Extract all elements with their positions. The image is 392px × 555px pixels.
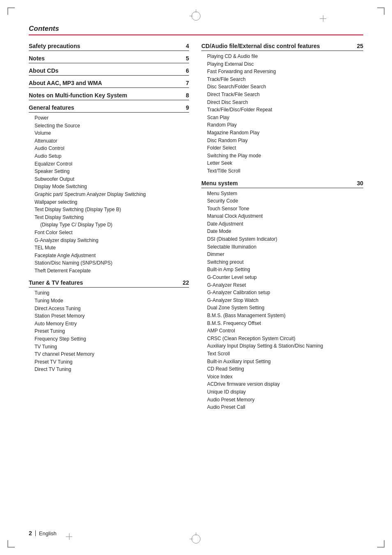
section-header-safety: Safety precautions4	[29, 43, 189, 51]
page-number: 2	[29, 530, 32, 537]
section-title-safety: Safety precautions	[29, 43, 80, 49]
list-item: Power	[35, 114, 189, 122]
list-item: Date Mode	[207, 228, 363, 235]
list-item: Direct TV Tuning	[35, 366, 189, 373]
list-item: Text/Title Scroll	[207, 167, 363, 175]
list-item: Built-in Auxiliary input Setting	[207, 358, 363, 366]
list-item: Font Color Select	[35, 229, 189, 237]
section-header-menu-system: Menu system30	[201, 180, 363, 188]
left-column: Safety precautions4Notes5About CDs6About…	[29, 43, 189, 378]
list-item: Switching preout	[207, 258, 363, 266]
section-title-notes: Notes	[29, 55, 45, 62]
list-item: Auxiliary Input Display Setting & Statio…	[207, 342, 363, 350]
page-language: English	[39, 530, 57, 537]
list-item: Audio Preset Call	[207, 403, 363, 411]
section-safety: Safety precautions4	[29, 43, 189, 51]
list-item: Wallpaper selecting	[35, 198, 189, 206]
list-item: Dual Zone System Setting	[207, 304, 363, 312]
list-item: Folder Select	[207, 144, 363, 152]
sub-items-menu-system: Menu SystemSecurity CodeTouch Sensor Ton…	[201, 190, 363, 411]
section-title-notes-multi: Notes on Multi-function Key System	[29, 92, 127, 99]
list-item: Playing CD & Audio file	[207, 53, 363, 60]
list-item: Built-in Amp Setting	[207, 266, 363, 274]
list-item: Display Mode Switching	[35, 183, 189, 191]
section-page-about-cds: 6	[186, 67, 189, 74]
list-item: TV channel Preset Memory	[35, 350, 189, 358]
corner-mark-tl	[7, 7, 15, 15]
list-item: Unique ID display	[207, 388, 363, 396]
section-page-tuner-tv: 22	[182, 279, 189, 286]
list-item: Track/File Search	[207, 76, 363, 83]
list-item: Preset Tuning	[35, 327, 189, 335]
cross-mark-tr	[320, 15, 326, 22]
list-item: ACDrive firmware version display	[207, 380, 363, 388]
section-general: General features9PowerSelecting the Sour…	[29, 104, 189, 274]
list-item: (Display Type C/ Display Type D)	[35, 221, 189, 229]
page-footer: 2 English	[29, 530, 56, 537]
sub-items-tuner-tv: TuningTuning ModeDirect Access TuningSta…	[29, 289, 189, 373]
list-item: Equalizer Control	[35, 160, 189, 168]
list-item: G-Analyzer Reset	[207, 281, 363, 289]
list-item: Preset TV Tuning	[35, 358, 189, 366]
section-title-cd-audio: CD/Audio file/External disc control feat…	[201, 43, 320, 49]
corner-mark-bl	[7, 540, 15, 548]
section-header-general: General features9	[29, 104, 189, 113]
section-about-aac: About AAC, MP3 and WMA7	[29, 80, 189, 88]
section-title-about-aac: About AAC, MP3 and WMA	[29, 80, 102, 86]
list-item: Voice Index	[207, 373, 363, 381]
sub-items-cd-audio: Playing CD & Audio filePlaying External …	[201, 53, 363, 175]
list-item: Playing External Disc	[207, 60, 363, 68]
section-header-notes: Notes5	[29, 55, 189, 63]
list-item: Fast Forwarding and Reversing	[207, 68, 363, 76]
section-notes-multi: Notes on Multi-function Key System8	[29, 92, 189, 100]
section-page-safety: 4	[186, 43, 189, 49]
section-cd-audio: CD/Audio file/External disc control feat…	[201, 43, 363, 175]
section-page-about-aac: 7	[186, 80, 189, 86]
section-page-menu-system: 30	[357, 180, 363, 187]
list-item: G-Analyzer Calibration setup	[207, 289, 363, 297]
section-tuner-tv: Tuner & TV features22TuningTuning ModeDi…	[29, 279, 189, 373]
section-title-about-cds: About CDs	[29, 67, 58, 74]
list-item: TEL Mute	[35, 244, 189, 252]
list-item: Audio Setup	[35, 152, 189, 160]
list-item: AMP Control	[207, 327, 363, 335]
list-item: Graphic part/ Spectrum Analyzer Display …	[35, 191, 189, 198]
list-item: G-Counter Level setup	[207, 274, 363, 281]
content-area: Safety precautions4Notes5About CDs6About…	[29, 43, 363, 416]
list-item: Tuning	[35, 289, 189, 297]
page-title-area: Contents	[29, 25, 363, 35]
list-item: Touch Sensor Tone	[207, 205, 363, 213]
registration-mark-top	[191, 12, 201, 21]
list-item: Station Preset Memory	[35, 312, 189, 320]
registration-mark-bottom	[191, 534, 201, 543]
section-about-cds: About CDs6	[29, 67, 189, 76]
corner-mark-tr	[377, 7, 385, 15]
list-item: Date Adjustment	[207, 220, 363, 228]
list-item: Subwoofer Output	[35, 175, 189, 183]
page-title: Contents	[29, 25, 59, 32]
list-item: Magazine Random Play	[207, 129, 363, 137]
section-notes: Notes5	[29, 55, 189, 63]
list-item: Speaker Setting	[35, 168, 189, 175]
section-page-notes-multi: 8	[186, 92, 189, 99]
footer-divider	[35, 530, 36, 536]
list-item: Track/File/Disc/Folder Repeat	[207, 106, 363, 114]
section-title-tuner-tv: Tuner & TV features	[29, 279, 83, 286]
list-item: Selectable Illumination	[207, 243, 363, 251]
section-page-general: 9	[186, 104, 189, 111]
section-header-about-cds: About CDs6	[29, 67, 189, 76]
list-item: Tuning Mode	[35, 297, 189, 305]
section-menu-system: Menu system30Menu SystemSecurity CodeTou…	[201, 180, 363, 411]
list-item: Selecting the Source	[35, 122, 189, 130]
list-item: Auto Memory Entry	[35, 320, 189, 328]
section-page-notes: 5	[186, 55, 189, 62]
list-item: Random Play	[207, 121, 363, 129]
list-item: Text Scroll	[207, 350, 363, 358]
list-item: Scan Play	[207, 114, 363, 122]
list-item: DSI (Disabled System Indicator)	[207, 235, 363, 243]
list-item: Audio Preset Memory	[207, 396, 363, 404]
list-item: Dimmer	[207, 251, 363, 258]
list-item: B.M.S. (Bass Management System)	[207, 312, 363, 320]
section-header-tuner-tv: Tuner & TV features22	[29, 279, 189, 288]
list-item: Direct Disc Search	[207, 99, 363, 106]
